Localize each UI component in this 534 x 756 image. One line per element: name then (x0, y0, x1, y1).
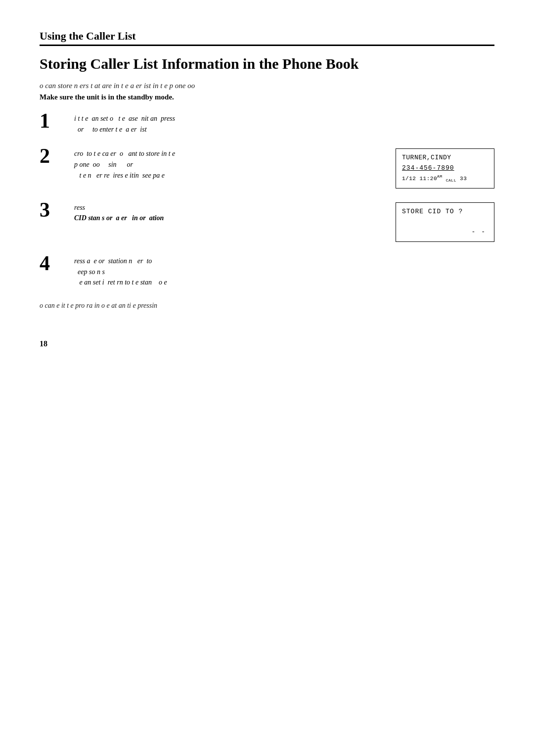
step-2-row: cro to t e ca er o ant to store in t e p… (74, 148, 494, 188)
step-2-display: TURNER,CINDY 234-456-7890 1/12 11:20AM C… (396, 148, 494, 188)
step-3-row: ress CID stan s or a er in or ation STOR… (74, 202, 494, 242)
step-1-content: i t t e an set o t e ase nit an press or… (74, 113, 494, 135)
page-number: 18 (40, 339, 494, 348)
section-title: Using the Caller List (40, 30, 136, 43)
display-name: TURNER,CINDY (402, 153, 488, 163)
step-3-number: 3 (40, 199, 69, 220)
step-1: 1 i t t e an set o t e ase nit an press … (40, 113, 494, 135)
step-1-number: 1 (40, 110, 69, 131)
intro-line2: Make sure the unit is in the standby mod… (40, 93, 494, 101)
display-phone: 234-456-7890 (402, 163, 488, 174)
step-4: 4 ress a e or station n er to eep so n s… (40, 256, 494, 288)
intro-line1: o can store n ers t at are in t e a er i… (40, 82, 494, 90)
step-2: 2 cro to t e ca er o ant to store in t e… (40, 148, 494, 188)
step-4-number: 4 (40, 253, 69, 274)
display-store-dashes: - - (402, 227, 488, 237)
step-3-content: ress CID stan s or a er in or ation (74, 202, 381, 224)
steps-container: 1 i t t e an set o t e ase nit an press … (40, 113, 494, 288)
section-header: Using the Caller List (40, 30, 494, 46)
display-store-line2 (402, 217, 488, 227)
footer-note: o can e it t e pro ra in o e at an ti e … (40, 302, 494, 310)
step-3-display: STORE CID TO ? - - (396, 202, 494, 242)
page-title: Storing Caller List Information in the P… (40, 55, 494, 73)
display-datetime: 1/12 11:20AM CALL 33 (402, 174, 488, 184)
display-store-line1: STORE CID TO ? (402, 207, 488, 217)
step-2-number: 2 (40, 145, 69, 166)
step-2-content: cro to t e ca er o ant to store in t e p… (74, 148, 381, 181)
step-3: 3 ress CID stan s or a er in or ation ST… (40, 202, 494, 242)
step-4-content: ress a e or station n er to eep so n s e… (74, 256, 494, 288)
